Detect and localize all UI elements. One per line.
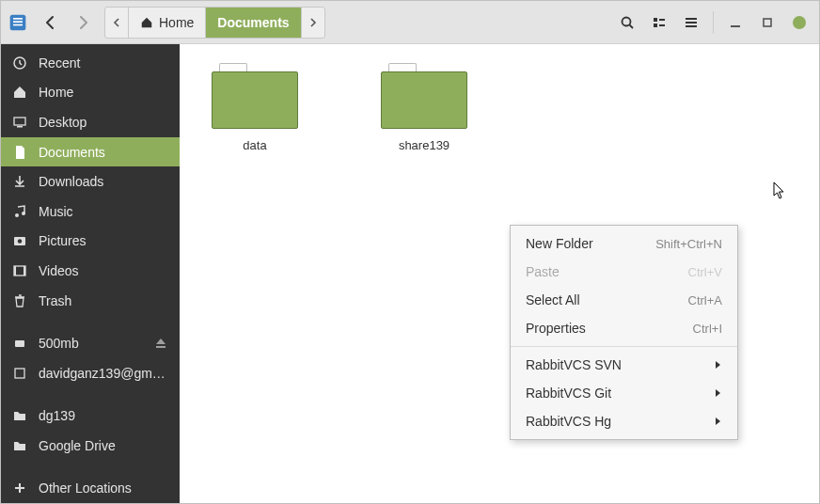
- sidebar-item-label: Desktop: [39, 115, 168, 130]
- sidebar-item-label: Other Locations: [39, 480, 168, 496]
- folder-label: share139: [399, 138, 449, 152]
- folder-item[interactable]: share139: [368, 63, 481, 152]
- camera-icon: [12, 233, 27, 248]
- sidebar-item-label: Music: [39, 204, 168, 219]
- svg-line-5: [630, 24, 634, 28]
- folder-item[interactable]: data: [198, 63, 311, 152]
- document-icon: [12, 145, 27, 160]
- folder-icon: [212, 63, 298, 129]
- menu-label: RabbitVCS Hg: [526, 414, 715, 429]
- folder-icon: [12, 438, 27, 453]
- menu-accelerator: Shift+Ctrl+N: [655, 237, 722, 251]
- svg-rect-2: [13, 21, 23, 23]
- svg-rect-12: [686, 25, 697, 27]
- svg-rect-7: [654, 24, 657, 27]
- svg-rect-14: [764, 19, 771, 26]
- submenu-arrow-icon: [715, 414, 722, 429]
- svg-rect-24: [24, 266, 25, 276]
- window-maximize-button[interactable]: [753, 8, 781, 37]
- menu-item-rabbitvcs-svn[interactable]: RabbitVCS SVN: [511, 351, 737, 379]
- menu-item-paste: Paste Ctrl+V: [511, 258, 737, 286]
- svg-point-18: [15, 213, 19, 217]
- sidebar-item-label: Recent: [39, 55, 168, 71]
- drive-icon: [12, 336, 27, 351]
- sidebar-item-videos[interactable]: Videos: [1, 256, 180, 286]
- menu-label: RabbitVCS SVN: [526, 357, 715, 372]
- menu-label: New Folder: [526, 236, 655, 251]
- toolbar: Home Documents: [1, 1, 819, 44]
- film-icon: [12, 263, 27, 278]
- sidebar-item-label: Videos: [39, 263, 168, 278]
- svg-rect-17: [17, 126, 23, 128]
- sidebar-item-downloads[interactable]: Downloads: [1, 166, 180, 197]
- forward-button[interactable]: [69, 8, 97, 37]
- window-close-button[interactable]: [785, 8, 813, 37]
- eject-icon[interactable]: [153, 336, 168, 351]
- account-icon: [12, 366, 27, 381]
- content-area[interactable]: data share139 New Folder Shift+Ctrl+N Pa…: [180, 44, 819, 503]
- app-icon: [7, 11, 29, 34]
- sidebar-item-volume-500mb[interactable]: 500mb: [1, 328, 180, 358]
- folder-icon: [381, 63, 467, 129]
- svg-rect-25: [15, 340, 24, 347]
- sidebar-item-trash[interactable]: Trash: [1, 286, 180, 316]
- back-button[interactable]: [37, 8, 65, 37]
- sidebar-item-gmail-account[interactable]: davidganz139@gm…: [1, 358, 180, 388]
- pathbar-prev-button[interactable]: [105, 8, 129, 38]
- pathbar: Home Documents: [104, 7, 325, 39]
- view-toggle-button[interactable]: [645, 8, 673, 37]
- submenu-arrow-icon: [715, 386, 722, 401]
- sidebar-item-label: Pictures: [39, 233, 168, 248]
- pathbar-documents[interactable]: Documents: [206, 8, 301, 38]
- sidebar-item-dg139[interactable]: dg139: [1, 401, 180, 431]
- sidebar-item-label: Home: [39, 85, 168, 100]
- svg-rect-11: [686, 22, 697, 24]
- menu-item-select-all[interactable]: Select All Ctrl+A: [511, 286, 737, 314]
- window-minimize-button[interactable]: [721, 8, 749, 37]
- trash-icon: [12, 293, 27, 308]
- sidebar-item-recent[interactable]: Recent: [1, 48, 180, 78]
- home-icon: [12, 85, 27, 100]
- svg-point-19: [22, 212, 25, 215]
- submenu-arrow-icon: [715, 357, 722, 372]
- menu-item-rabbitvcs-hg[interactable]: RabbitVCS Hg: [511, 407, 737, 435]
- menu-item-new-folder[interactable]: New Folder Shift+Ctrl+N: [511, 229, 737, 258]
- menu-accelerator: Ctrl+I: [693, 322, 722, 336]
- sidebar-item-google-drive[interactable]: Google Drive: [1, 431, 180, 461]
- menu-label: Paste: [526, 264, 688, 279]
- pathbar-home[interactable]: Home: [129, 8, 206, 38]
- folder-label: data: [243, 138, 266, 152]
- home-icon: [140, 16, 153, 29]
- svg-rect-1: [13, 18, 23, 20]
- clock-icon: [12, 55, 27, 71]
- sidebar-item-music[interactable]: Music: [1, 197, 180, 227]
- sidebar-item-desktop[interactable]: Desktop: [1, 107, 180, 137]
- menu-label: Properties: [526, 321, 693, 336]
- sidebar-item-home[interactable]: Home: [1, 78, 180, 108]
- close-icon: [793, 16, 806, 29]
- sidebar-item-pictures[interactable]: Pictures: [1, 227, 180, 257]
- pathbar-next-button[interactable]: [302, 8, 324, 38]
- svg-rect-8: [659, 19, 665, 21]
- menu-item-properties[interactable]: Properties Ctrl+I: [511, 314, 737, 342]
- svg-point-21: [18, 240, 22, 244]
- sidebar-item-other-locations[interactable]: Other Locations: [1, 473, 180, 503]
- svg-rect-16: [14, 118, 25, 125]
- sidebar-item-label: davidganz139@gm…: [39, 366, 168, 381]
- svg-rect-9: [659, 24, 665, 26]
- hamburger-menu-button[interactable]: [677, 8, 705, 37]
- svg-point-4: [623, 17, 631, 25]
- sidebar-item-label: Downloads: [39, 174, 168, 189]
- desktop-icon: [12, 115, 27, 130]
- cursor-icon: [773, 181, 786, 200]
- svg-rect-23: [14, 266, 16, 276]
- sidebar-item-label: 500mb: [39, 336, 142, 351]
- sidebar-item-label: Documents: [39, 145, 168, 160]
- sidebar-item-label: Google Drive: [39, 438, 168, 453]
- sidebar-item-label: Trash: [39, 293, 168, 308]
- menu-item-rabbitvcs-git[interactable]: RabbitVCS Git: [511, 379, 737, 407]
- sidebar-item-documents[interactable]: Documents: [1, 137, 180, 167]
- search-button[interactable]: [613, 8, 641, 37]
- folder-icon: [12, 408, 27, 423]
- sidebar-item-label: dg139: [39, 408, 168, 423]
